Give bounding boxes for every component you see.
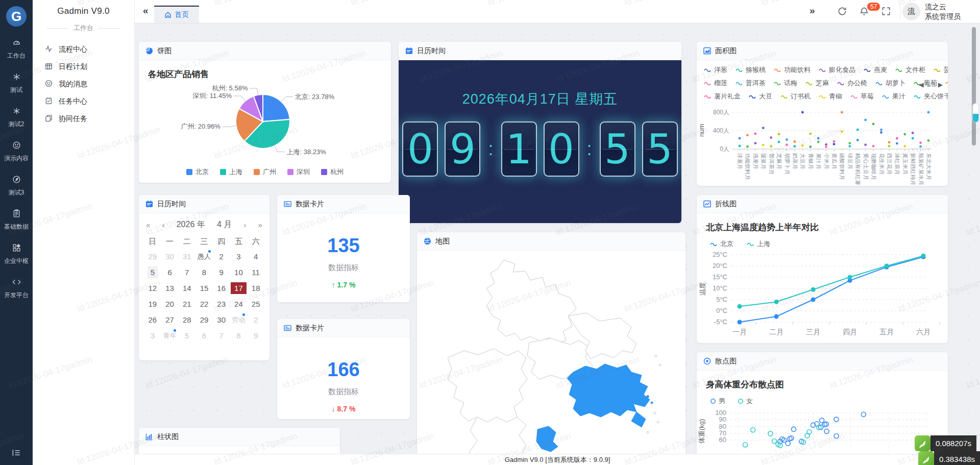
calendar-day-22[interactable]: 22 [195,297,213,312]
legend-item-榴莲[interactable]: 榴莲 [704,79,727,88]
calendar-day-愚人[interactable]: 愚人 [195,249,213,264]
calendar-day-5[interactable]: 5 [144,265,161,280]
calendar-day-8[interactable]: 8 [195,265,213,280]
legend-item-北京[interactable]: 北京 [710,239,733,249]
user-avatar[interactable]: 流 [902,3,920,20]
sidebar-item-流程中心[interactable]: 流程中心 [33,41,134,58]
calendar-day-25[interactable]: 25 [247,297,264,312]
rail-item-工作台[interactable]: 工作台 [0,38,33,60]
collapse-left-icon[interactable]: « [143,5,149,16]
user-info[interactable]: 流之云 系统管理员 [925,2,961,21]
calendar-day-26[interactable]: 26 [144,312,161,328]
legend-item-办公椅[interactable]: 办公椅 [837,79,867,88]
legend-item-芝麻[interactable]: 芝麻 [805,79,829,88]
calendar-day-青年[interactable]: 青年 [161,328,179,344]
legend-item-上海[interactable]: 上海 [747,239,770,249]
legend-item-杭州[interactable]: 杭州 [321,167,344,177]
prev-month-icon[interactable]: ‹ [162,221,165,229]
calendar-day-6[interactable]: 6 [161,265,179,280]
next-month-icon[interactable]: › [243,221,246,229]
legend-item-薯片礼盒[interactable]: 薯片礼盒 [704,92,741,101]
legend-item-夹心饼干[interactable]: 夹心饼干 [914,92,948,101]
calendar-day-29[interactable]: 29 [195,312,213,328]
legend-item-普洱茶[interactable]: 普洱茶 [736,79,766,88]
scrollbar-thumb[interactable] [972,27,976,145]
rail-item-测试3[interactable]: 测试3 [0,175,33,197]
scrollbar-indicator[interactable] [972,103,979,123]
legend-item-北京[interactable]: 北京 [186,167,209,177]
legend-item-女[interactable]: 女 [738,397,753,406]
app-logo[interactable]: G [6,6,27,27]
calendar-day-28[interactable]: 28 [178,312,195,328]
calendar-day-4[interactable]: 4 [247,249,264,264]
sidebar-item-协同任务[interactable]: 协同任务 [33,110,134,128]
legend-item-文件柜[interactable]: 文件柜 [895,65,925,75]
calendar-day-23[interactable]: 23 [213,297,230,312]
legend-item-猕猴桃[interactable]: 猕猴桃 [736,65,766,75]
sidebar-item-任务中心[interactable]: 任务中心 [33,93,134,110]
pager-next-icon[interactable]: ▶ [938,81,943,88]
calendar-day-劳动[interactable]: 劳动 [230,312,248,328]
rail-item-测试[interactable]: 测试 [0,72,33,94]
calendar-day-6[interactable]: 6 [195,328,213,344]
calendar-day-5[interactable]: 5 [178,328,195,344]
calendar-day-21[interactable]: 21 [178,297,195,312]
legend-item-广州[interactable]: 广州 [254,167,276,177]
legend-item-草莓[interactable]: 草莓 [850,92,874,101]
legend-item-话梅[interactable]: 话梅 [774,79,797,88]
legend-item-深圳[interactable]: 深圳 [287,167,310,177]
menu-collapse-icon[interactable] [0,448,33,458]
calendar-day-14[interactable]: 14 [178,281,195,296]
calendar-day-10[interactable]: 10 [230,265,248,280]
calendar-day-11[interactable]: 11 [247,265,264,280]
calendar-day-3[interactable]: 3 [144,328,161,344]
legend-item-上海[interactable]: 上海 [220,167,242,177]
fullscreen-icon[interactable] [881,6,891,16]
legend-item-胡萝卜[interactable]: 胡萝卜 [875,79,905,88]
china-region-map[interactable] [417,251,685,465]
calendar-day-29[interactable]: 29 [144,249,161,264]
calendar-day-7[interactable]: 7 [213,328,230,344]
next-year-icon[interactable]: » [258,221,262,229]
pager-prev-icon[interactable]: ◀ [919,81,923,88]
calendar-day-9[interactable]: 9 [213,265,230,280]
calendar-day-15[interactable]: 15 [195,281,213,296]
calendar-day-30[interactable]: 30 [213,312,230,328]
legend-item-青椒[interactable]: 青椒 [819,92,842,101]
calendar-day-18[interactable]: 18 [247,281,264,296]
rail-item-测试2[interactable]: 测试2 [0,106,33,129]
calendar-day-8[interactable]: 8 [230,328,248,344]
calendar-day-31[interactable]: 31 [178,249,195,264]
legend-item-订书机[interactable]: 订书机 [780,92,811,101]
calendar-day-16[interactable]: 16 [213,281,230,296]
expand-right-icon[interactable]: » [810,5,815,16]
legend-item-洋葱[interactable]: 洋葱 [704,65,727,75]
legend-item-燕麦[interactable]: 燕麦 [864,65,887,75]
legend-item-果汁[interactable]: 果汁 [882,92,905,101]
calendar-day-20[interactable]: 20 [161,297,179,312]
calendar-day-24[interactable]: 24 [230,297,248,312]
rail-item-开发平台[interactable]: 开发平台 [0,277,33,300]
legend-item-功能饮料[interactable]: 功能饮料 [774,65,811,75]
calendar-day-12[interactable]: 12 [144,281,161,296]
tab-home[interactable]: 首页 [154,6,199,23]
calendar-day-19[interactable]: 19 [144,297,161,312]
legend-item-大豆[interactable]: 大豆 [749,92,772,101]
prev-year-icon[interactable]: « [146,221,150,229]
calendar-day-2[interactable]: 2 [247,312,264,328]
legend-item-菠菜[interactable]: 菠菜 [934,65,948,75]
legend-item-男[interactable]: 男 [710,397,725,406]
rail-item-演示内容[interactable]: 演示内容 [0,140,33,163]
calendar-day-27[interactable]: 27 [161,312,179,328]
calendar-day-17[interactable]: 17 [230,281,248,296]
refresh-icon[interactable] [837,6,847,16]
calendar-day-2[interactable]: 2 [213,249,230,264]
sidebar-item-日程计划[interactable]: 日程计划 [33,58,134,76]
rail-item-企业中枢[interactable]: 企业中枢 [0,243,33,265]
calendar-day-13[interactable]: 13 [161,281,179,296]
legend-item-奶茶[interactable]: 奶茶 [945,79,948,88]
calendar-day-30[interactable]: 30 [161,249,179,264]
legend-item-膨化食品[interactable]: 膨化食品 [819,65,855,75]
calendar-day-7[interactable]: 7 [178,265,195,280]
sidebar-item-我的消息[interactable]: 我的消息 [33,76,134,93]
